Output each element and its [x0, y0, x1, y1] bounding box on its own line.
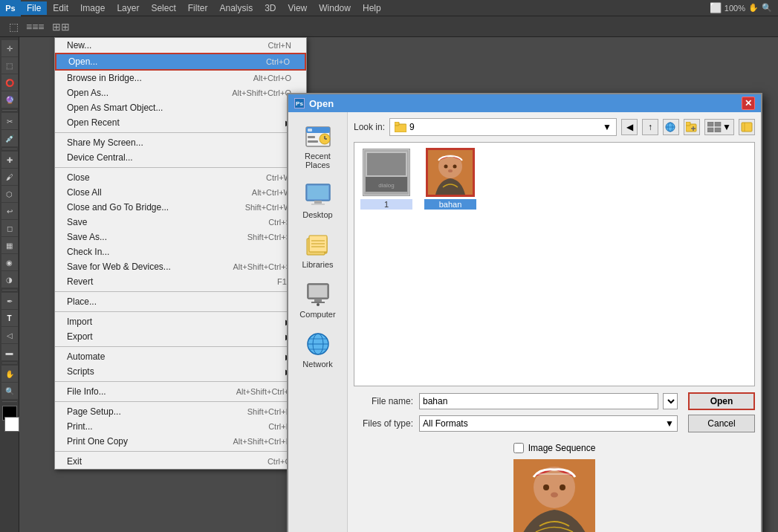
desktop-icon	[305, 181, 331, 208]
menu-help[interactable]: Help	[357, 1, 387, 15]
menu-exit[interactable]: Exit Ctrl+Q	[55, 454, 306, 469]
shape-tool[interactable]: ▬	[1, 344, 18, 360]
menu-import[interactable]: Import ▶	[55, 314, 306, 329]
sidebar-libraries[interactable]: Libraries	[292, 228, 344, 272]
zoom-tool[interactable]: 🔍	[1, 383, 18, 399]
menu-file[interactable]: File	[21, 1, 47, 15]
blur-tool[interactable]: ◉	[1, 254, 18, 270]
nav-up-btn[interactable]: ↑	[642, 119, 658, 135]
menu-filter[interactable]: Filter	[182, 1, 214, 15]
svg-point-54	[534, 467, 575, 508]
menu-browse-bridge[interactable]: Browse in Bridge... Alt+Ctrl+O	[55, 71, 306, 85]
heal-tool[interactable]: ✚	[1, 152, 18, 168]
menu-layer[interactable]: Layer	[111, 1, 145, 15]
file-item-1[interactable]: dialog 1	[360, 149, 412, 380]
magic-wand-tool[interactable]: 🔮	[1, 91, 18, 108]
menu-window[interactable]: Window	[313, 1, 357, 15]
menu-save-web[interactable]: Save for Web & Devices... Alt+Shift+Ctrl…	[55, 259, 306, 274]
menu-close-go-bridge[interactable]: Close and Go To Bridge... Shift+Ctrl+W	[55, 200, 306, 215]
nav-new-folder-btn[interactable]	[684, 119, 700, 135]
open-button[interactable]: Open	[688, 392, 755, 410]
menu-close-all[interactable]: Close All Alt+Ctrl+W	[55, 185, 306, 200]
sidebar-recent-places[interactable]: Recent Places	[292, 120, 344, 172]
svg-rect-10	[314, 201, 322, 204]
tool-divider-2	[2, 149, 17, 149]
menu-save[interactable]: Save Ctrl+S	[55, 215, 306, 230]
hand-tool[interactable]: ✋	[1, 366, 18, 382]
nav-extra-btn[interactable]	[739, 119, 755, 135]
menu-open-recent[interactable]: Open Recent ▶	[55, 115, 306, 130]
brush-tool[interactable]: 🖌	[1, 169, 18, 185]
sidebar-computer[interactable]: Computer	[292, 278, 344, 322]
file-item-bahan[interactable]: bahan	[424, 149, 476, 380]
menu-save-as[interactable]: Save As... Shift+Ctrl+S	[55, 230, 306, 244]
options-icon-3: ⊞⊞	[52, 21, 70, 33]
history-tool[interactable]: ↩	[1, 203, 18, 219]
sidebar-network[interactable]: Network	[292, 328, 344, 372]
menu-automate[interactable]: Automate ▶	[55, 349, 306, 364]
menu-check-in[interactable]: Check In...	[55, 244, 306, 259]
dodge-tool[interactable]: ◑	[1, 271, 18, 288]
file-type-input-group: All Formats ▼	[419, 415, 678, 432]
ps-dialog-icon: Ps	[294, 98, 305, 108]
menu-revert-label: Revert	[67, 276, 93, 287]
menu-open-smart[interactable]: Open As Smart Object...	[55, 100, 306, 115]
menu-open-recent-label: Open Recent	[67, 117, 120, 128]
menu-3d[interactable]: 3D	[259, 1, 282, 15]
nav-back-btn[interactable]: ◀	[621, 119, 638, 135]
dialog-body: Recent Places	[288, 112, 761, 532]
zoom-icon: 🔍	[762, 3, 772, 13]
look-in-dropdown[interactable]: 9 ▼	[389, 118, 617, 136]
menu-print-one[interactable]: Print One Copy Alt+Shift+Ctrl+P	[55, 434, 306, 449]
menu-select[interactable]: Select	[145, 1, 181, 15]
menu-browse-bridge-shortcut: Alt+Ctrl+O	[253, 74, 291, 82]
file-name-row: File name: ▼ Open	[354, 392, 755, 410]
files-of-type-select[interactable]: All Formats ▼	[419, 415, 678, 432]
menu-close[interactable]: Close Ctrl+W	[55, 170, 306, 185]
menu-analysis[interactable]: Analysis	[213, 1, 259, 15]
menu-place[interactable]: Place...	[55, 294, 306, 309]
menu-new[interactable]: New... Ctrl+N	[55, 38, 306, 53]
libraries-icon	[305, 231, 331, 258]
nav-view-btn[interactable]: ▼	[704, 119, 734, 135]
file-name-input[interactable]	[419, 393, 658, 409]
menu-export[interactable]: Export ▶	[55, 329, 306, 344]
eraser-tool[interactable]: ◻	[1, 220, 18, 236]
select-tool[interactable]: ⬚	[1, 57, 18, 74]
crop-tool[interactable]: ✂	[1, 113, 18, 129]
menu-view[interactable]: View	[282, 1, 313, 15]
menu-device-central[interactable]: Device Central...	[55, 150, 306, 165]
main-area: ✛ ⬚ ⭕ 🔮 ✂ 💉 ✚ 🖌 ⬡ ↩ ◻ ▦ ◉ ◑ ✒ T ◁ ▬ ✋ 🔍	[0, 37, 778, 532]
look-in-arrow: ▼	[603, 122, 612, 132]
file-name-dropdown[interactable]: ▼	[663, 393, 678, 409]
move-tool[interactable]: ✛	[1, 40, 18, 56]
pen-tool[interactable]: ✒	[1, 293, 18, 309]
web-icon	[665, 122, 677, 132]
image-sequence-checkbox[interactable]	[513, 443, 524, 453]
menu-print[interactable]: Print... Ctrl+P	[55, 419, 306, 434]
nav-search-web-btn[interactable]	[663, 119, 679, 135]
dialog-close-button[interactable]: ✕	[742, 97, 755, 110]
gradient-tool[interactable]: ▦	[1, 237, 18, 253]
menu-image[interactable]: Image	[74, 1, 111, 15]
cancel-button[interactable]: Cancel	[688, 415, 755, 432]
path-tool[interactable]: ◁	[1, 327, 18, 343]
menu-edit[interactable]: Edit	[47, 1, 74, 15]
stamp-tool[interactable]: ⬡	[1, 186, 18, 202]
menu-scripts[interactable]: Scripts ▶	[55, 364, 306, 379]
menu-share-screen[interactable]: Share My Screen...	[55, 135, 306, 150]
menu-open-as[interactable]: Open As... Alt+Shift+Ctrl+O	[55, 85, 306, 100]
menu-revert[interactable]: Revert F12	[55, 274, 306, 289]
files-of-type-label: Files of type:	[354, 418, 413, 429]
svg-rect-20	[314, 299, 322, 302]
network-label: Network	[302, 360, 332, 369]
menu-file-info[interactable]: File Info... Alt+Shift+Ctrl+I	[55, 384, 306, 399]
sidebar-desktop[interactable]: Desktop	[292, 178, 344, 222]
lasso-tool[interactable]: ⭕	[1, 74, 18, 91]
menu-page-setup[interactable]: Page Setup... Shift+Ctrl+P	[55, 404, 306, 419]
eyedropper-tool[interactable]: 💉	[1, 130, 18, 146]
background-color[interactable]	[4, 417, 19, 432]
menu-open[interactable]: Open... Ctrl+O	[55, 53, 306, 71]
menu-open-as-label: Open As...	[67, 88, 108, 98]
type-tool[interactable]: T	[1, 310, 18, 326]
